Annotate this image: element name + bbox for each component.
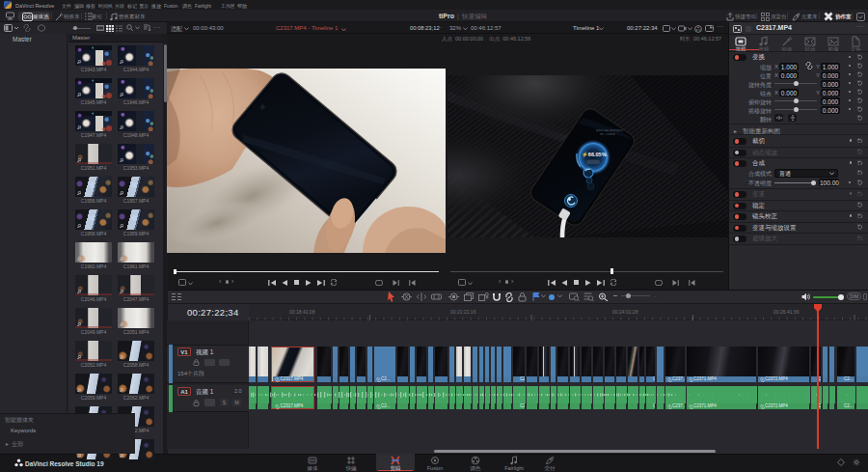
svg-text:⚡66.05 %: ⚡66.05 % <box>582 151 607 158</box>
svg-text:智能快充模式已开启保护: 智能快充模式已开启保护 <box>596 128 624 132</box>
svg-text:预计充满时间: 预计充满时间 <box>600 132 615 136</box>
